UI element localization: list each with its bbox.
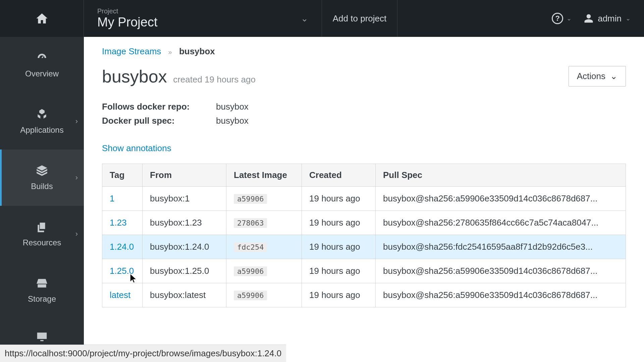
cell-from: busybox:1: [143, 187, 226, 211]
table-row[interactable]: 1.25.0busybox:1.25.0a5990619 hours agobu…: [102, 259, 626, 283]
breadcrumb-parent-link[interactable]: Image Streams: [102, 46, 161, 56]
image-hash[interactable]: a59906: [234, 194, 267, 204]
user-menu[interactable]: admin ⌄: [584, 13, 631, 24]
tags-table: Tag From Latest Image Created Pull Spec …: [102, 164, 626, 307]
image-hash[interactable]: a59906: [234, 266, 267, 276]
project-name: My Project: [97, 15, 157, 29]
cell-from: busybox:latest: [143, 283, 226, 307]
tag-link[interactable]: 1.24.0: [110, 242, 134, 252]
help-icon: ?: [552, 13, 563, 24]
col-from: From: [143, 164, 226, 187]
cell-created: 19 hours ago: [302, 235, 376, 259]
copy-icon: [36, 221, 48, 233]
cell-pullspec: busybox@sha256:a59906e33509d14c036c8678d…: [376, 187, 626, 211]
chevron-down-icon: ⌄: [626, 15, 631, 22]
sidebar-item-storage[interactable]: Storage: [0, 262, 84, 318]
user-icon: [584, 13, 594, 23]
table-row[interactable]: 1.24.0busybox:1.24.0fdc25419 hours agobu…: [102, 235, 626, 259]
table-header-row: Tag From Latest Image Created Pull Spec: [102, 164, 626, 187]
sidebar-item-resources[interactable]: Resources ›: [0, 206, 84, 262]
cell-created: 19 hours ago: [302, 283, 376, 307]
tag-link[interactable]: 1.23: [110, 218, 127, 228]
user-name: admin: [598, 13, 622, 24]
sidebar-item-applications[interactable]: Applications ›: [0, 93, 84, 149]
project-selector[interactable]: Project My Project ⌄: [84, 0, 322, 37]
sidebar-item-overview[interactable]: Overview: [0, 37, 84, 93]
table-row[interactable]: 1.23busybox:1.2327806319 hours agobusybo…: [102, 211, 626, 235]
chevron-down-icon: ⌄: [301, 13, 308, 24]
monitor-icon: [36, 330, 48, 343]
follows-value: busybox: [216, 100, 249, 114]
home-icon: [35, 12, 49, 25]
table-row[interactable]: 1busybox:1a5990619 hours agobusybox@sha2…: [102, 187, 626, 211]
show-annotations-link[interactable]: Show annotations: [102, 143, 171, 154]
status-bar-url: https://localhost:9000/project/my-projec…: [0, 345, 286, 362]
cell-from: busybox:1.25.0: [143, 259, 226, 283]
sidebar-item-label: Resources: [23, 238, 61, 247]
top-bar: Project My Project ⌄ Add to project ? ⌄ …: [0, 0, 644, 37]
cell-from: busybox:1.24.0: [143, 235, 226, 259]
cell-created: 19 hours ago: [302, 187, 376, 211]
main-content: Image Streams » busybox busybox created …: [84, 37, 644, 362]
col-pull: Pull Spec: [376, 164, 626, 187]
pullspec-value: busybox: [216, 114, 249, 128]
breadcrumb-current: busybox: [179, 46, 215, 56]
col-created: Created: [302, 164, 376, 187]
follows-label: Follows docker repo:: [102, 100, 216, 114]
cubes-icon: [36, 108, 48, 121]
created-meta: created 19 hours ago: [173, 74, 256, 84]
breadcrumb: Image Streams » busybox: [102, 46, 626, 57]
cell-from: busybox:1.23: [143, 211, 226, 235]
home-button[interactable]: [0, 0, 84, 37]
tag-link[interactable]: 1: [110, 193, 114, 203]
table-row[interactable]: latestbusybox:latesta5990619 hours agobu…: [102, 283, 626, 307]
image-hash[interactable]: a59906: [234, 291, 267, 300]
cell-pullspec: busybox@sha256:2780635f864cc66c7a5c74aca…: [376, 211, 626, 235]
sidebar-item-label: Storage: [28, 294, 56, 304]
chevron-right-icon: ›: [75, 230, 78, 238]
sidebar-item-builds[interactable]: Builds ›: [0, 149, 84, 206]
cell-created: 19 hours ago: [302, 211, 376, 235]
sidebar: Overview Applications › Builds › Resourc…: [0, 37, 84, 362]
cell-created: 19 hours ago: [302, 259, 376, 283]
project-label: Project: [97, 7, 157, 15]
help-menu[interactable]: ? ⌄: [552, 13, 572, 24]
breadcrumb-separator: »: [168, 48, 172, 56]
image-hash[interactable]: fdc254: [234, 242, 267, 252]
sidebar-item-label: Overview: [25, 69, 59, 78]
dashboard-icon: [36, 52, 48, 64]
chevron-down-icon: ⌄: [567, 15, 572, 22]
cell-pullspec: busybox@sha256:a59906e33509d14c036c8678d…: [376, 283, 626, 307]
info-block: Follows docker repo: busybox Docker pull…: [102, 100, 626, 128]
col-latest: Latest Image: [226, 164, 302, 187]
layers-icon: [36, 164, 48, 177]
tag-link[interactable]: 1.25.0: [110, 266, 134, 276]
col-tag: Tag: [102, 164, 143, 187]
pullspec-label: Docker pull spec:: [102, 114, 216, 128]
add-to-project-button[interactable]: Add to project: [322, 0, 397, 37]
hdd-icon: [36, 277, 48, 290]
image-hash[interactable]: 278063: [234, 218, 267, 228]
sidebar-item-label: Builds: [31, 182, 53, 191]
page-title: busybox: [102, 67, 167, 86]
cell-pullspec: busybox@sha256:a59906e33509d14c036c8678d…: [376, 259, 626, 283]
cell-pullspec: busybox@sha256:fdc25416595aa8f71d2b92d6c…: [376, 235, 626, 259]
actions-button[interactable]: Actions ⌄: [569, 66, 626, 86]
actions-label: Actions: [577, 71, 605, 81]
tag-link[interactable]: latest: [110, 290, 130, 300]
sidebar-item-label: Applications: [20, 125, 63, 135]
chevron-right-icon: ›: [75, 117, 78, 126]
chevron-right-icon: ›: [75, 173, 78, 182]
chevron-down-icon: ⌄: [610, 71, 618, 81]
